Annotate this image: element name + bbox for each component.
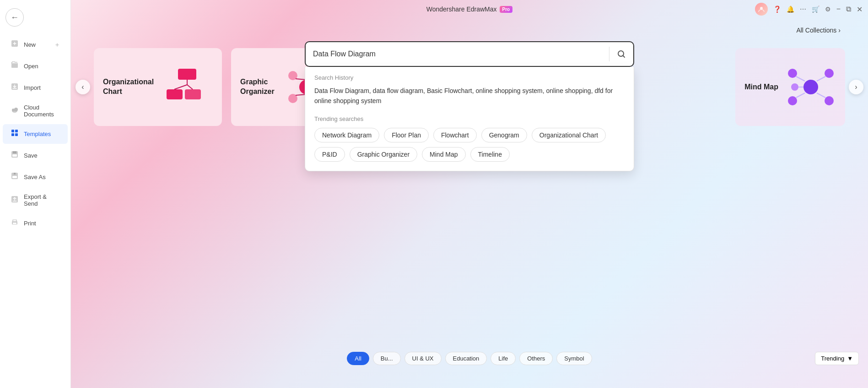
content-area: Search History Data Flow Diagram, data f…: [71, 18, 868, 388]
sidebar-item-cloud-label: Cloud Documents: [24, 104, 60, 118]
search-divider: [609, 47, 609, 61]
sidebar-item-templates-label: Templates: [24, 131, 51, 137]
trending-chips: Network Diagram Floor Plan Flowchart Gen…: [314, 128, 625, 162]
filter-all[interactable]: All: [347, 352, 369, 365]
pro-badge: Pro: [500, 6, 513, 13]
trending-sort-label: Trending: [821, 355, 844, 362]
svg-point-44: [618, 51, 624, 56]
help-icon[interactable]: ❓: [773, 5, 781, 13]
avatar[interactable]: [755, 3, 768, 16]
window-controls: ❓ 🔔 ⋯ 🛒 ⚙ − ⧉ ✕: [755, 3, 863, 16]
sidebar-item-saveas[interactable]: Save As: [3, 167, 68, 187]
sidebar-item-templates[interactable]: Templates: [3, 124, 68, 144]
maximize-button[interactable]: ⧉: [846, 5, 851, 13]
chip-mind-map[interactable]: Mind Map: [422, 147, 465, 162]
sidebar-item-open-label: Open: [24, 63, 38, 70]
all-collections-label: All Collections: [796, 27, 836, 34]
sidebar-item-new[interactable]: New ＋: [3, 35, 68, 55]
sidebar: ← New ＋ Open Import Cloud Documents Temp…: [0, 0, 71, 388]
print-icon: [10, 218, 19, 229]
svg-rect-13: [12, 176, 17, 178]
chip-organizational-chart[interactable]: Organizational Chart: [532, 128, 606, 142]
sidebar-item-new-label: New: [24, 41, 36, 48]
apps-icon[interactable]: ⋯: [800, 5, 806, 13]
svg-rect-16: [13, 223, 16, 224]
chevron-right-icon: ›: [838, 27, 841, 34]
svg-rect-11: [12, 154, 17, 157]
search-bar: [305, 41, 634, 67]
filter-education[interactable]: Education: [445, 352, 487, 365]
save-icon: [10, 150, 19, 161]
svg-point-3: [12, 109, 15, 111]
chip-floor-plan[interactable]: Floor Plan: [384, 128, 429, 142]
back-button[interactable]: ←: [5, 8, 24, 27]
sidebar-item-open[interactable]: Open: [3, 56, 68, 76]
sidebar-item-export-label: Export & Send: [24, 193, 60, 207]
all-collections-link[interactable]: All Collections ›: [796, 27, 841, 34]
chip-timeline[interactable]: Timeline: [470, 147, 510, 162]
svg-rect-10: [13, 151, 16, 153]
chip-pid[interactable]: P&ID: [314, 147, 345, 162]
new-plus-icon: ＋: [54, 41, 60, 49]
open-icon: [10, 61, 19, 71]
search-container: Search History Data Flow Diagram, data f…: [305, 41, 634, 67]
chip-flowchart[interactable]: Flowchart: [433, 128, 477, 142]
chip-genogram[interactable]: Genogram: [481, 128, 527, 142]
sidebar-item-cloud[interactable]: Cloud Documents: [3, 99, 68, 122]
sidebar-item-save[interactable]: Save: [3, 146, 68, 165]
filter-others[interactable]: Others: [519, 352, 553, 365]
app-title: Wondershare EdrawMax: [426, 5, 497, 13]
history-label: Search History: [314, 74, 625, 81]
trending-sort-dropdown[interactable]: Trending ▼: [815, 352, 859, 365]
bell-icon[interactable]: 🔔: [787, 5, 794, 13]
svg-rect-7: [11, 133, 14, 136]
new-icon: [10, 39, 19, 50]
main-content: Wondershare EdrawMax Pro ❓ 🔔 ⋯ 🛒 ⚙ − ⧉ ✕…: [71, 0, 868, 388]
trending-label: Trending searches: [314, 115, 625, 122]
carousel-prev-button[interactable]: ‹: [75, 80, 90, 94]
svg-rect-6: [15, 130, 18, 132]
minimize-button[interactable]: −: [836, 5, 841, 13]
export-icon: [10, 195, 19, 206]
close-button[interactable]: ✕: [857, 5, 863, 14]
chevron-down-icon: ▼: [847, 355, 853, 362]
cloud-icon: [10, 106, 19, 116]
sidebar-item-print-label: Print: [24, 220, 36, 227]
sidebar-item-print[interactable]: Print: [3, 213, 68, 233]
chip-network-diagram[interactable]: Network Diagram: [314, 128, 379, 142]
sidebar-item-save-label: Save: [24, 152, 38, 159]
svg-rect-8: [15, 133, 18, 136]
sidebar-item-import-label: Import: [24, 84, 41, 91]
back-icon: ←: [11, 13, 19, 22]
svg-point-4: [14, 108, 18, 111]
search-dropdown: Search History Data Flow Diagram, data f…: [305, 67, 634, 171]
filter-business[interactable]: Bu...: [373, 352, 401, 365]
sidebar-item-import[interactable]: Import: [3, 78, 68, 98]
titlebar: Wondershare EdrawMax Pro ❓ 🔔 ⋯ 🛒 ⚙ − ⧉ ✕: [71, 0, 868, 18]
filter-ui-ux[interactable]: UI & UX: [404, 352, 442, 365]
sidebar-item-saveas-label: Save As: [24, 174, 46, 180]
svg-point-17: [760, 7, 763, 10]
search-input[interactable]: [306, 50, 607, 58]
svg-rect-5: [11, 130, 14, 132]
search-history-text[interactable]: Data Flow Diagram, data flow diagram, Ba…: [314, 86, 625, 106]
carousel-next-button[interactable]: ›: [849, 80, 863, 94]
settings-icon[interactable]: ⚙: [825, 5, 831, 13]
filter-life[interactable]: Life: [491, 352, 516, 365]
saveas-icon: [10, 172, 19, 182]
store-icon[interactable]: 🛒: [812, 5, 819, 13]
filter-row: All Bu... UI & UX Education Life Others …: [71, 352, 868, 365]
sidebar-item-export[interactable]: Export & Send: [3, 189, 68, 212]
chip-graphic-organizer[interactable]: Graphic Organizer: [350, 147, 417, 162]
filter-symbol[interactable]: Symbol: [556, 352, 592, 365]
search-button[interactable]: [611, 44, 631, 64]
import-icon: [10, 82, 19, 93]
templates-icon: [10, 129, 19, 139]
